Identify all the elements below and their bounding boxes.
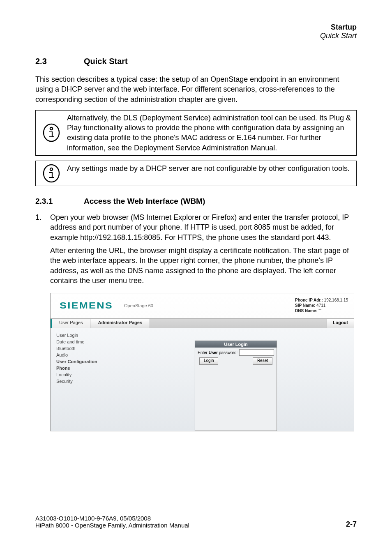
info-icon xyxy=(36,161,67,186)
svg-point-1 xyxy=(50,127,53,130)
info-note-2: Any settings made by a DHCP server are n… xyxy=(35,161,357,186)
tab-user-pages[interactable]: User Pages xyxy=(51,319,90,328)
tab-spacer xyxy=(150,319,327,328)
header-chapter: Startup xyxy=(35,23,357,32)
wbm-tab-bar: User Pages Administrator Pages Logout xyxy=(51,318,354,328)
password-row: Enter User password: xyxy=(195,348,277,357)
dns-label: DNS Name: xyxy=(295,309,317,313)
footer-left: A31003-O1010-M100-9-76A9, 05/05/2008 HiP… xyxy=(35,515,189,529)
device-model: OpenStage 60 xyxy=(124,303,153,308)
password-input[interactable] xyxy=(239,349,274,356)
sip-value: 4711 xyxy=(316,303,325,308)
password-label: Enter User password: xyxy=(198,350,238,355)
sidebar-item-user-configuration[interactable]: User Configuration xyxy=(56,359,118,365)
tab-admin-pages[interactable]: Administrator Pages xyxy=(90,319,150,328)
sidebar-item-date-time[interactable]: Date and time xyxy=(56,339,118,345)
sidebar-item-phone[interactable]: Phone xyxy=(56,365,118,372)
dns-value: "" xyxy=(318,309,321,313)
heading-2-3-1: 2.3.1Access the Web Interface (WBM) xyxy=(35,197,357,206)
heading-title: Access the Web Interface (WBM) xyxy=(84,197,205,205)
step-1: 1. Open your web browser (MS Internet Ex… xyxy=(35,212,357,289)
wbm-header: SIEMENS OpenStage 60 Phone IP Adr.: 192.… xyxy=(51,293,354,318)
wbm-body: User Login Date and time Bluetooth Audio… xyxy=(51,328,354,431)
step-1-paragraph-1: Open your web browser (MS Internet Explo… xyxy=(50,212,357,242)
login-panel-title: User Login xyxy=(195,341,277,348)
page-footer: A31003-O1010-M100-9-76A9, 05/05/2008 HiP… xyxy=(35,515,357,529)
sidebar-item-locality[interactable]: Locality xyxy=(56,372,118,378)
sidebar-item-audio[interactable]: Audio xyxy=(56,352,118,359)
heading-number: 2.3 xyxy=(35,57,84,66)
heading-number: 2.3.1 xyxy=(35,197,84,206)
heading-2-3: 2.3Quick Start xyxy=(35,57,357,66)
document-page: Startup Quick Start 2.3Quick Start This … xyxy=(0,0,392,555)
footer-docid: A31003-O1010-M100-9-76A9, 05/05/2008 xyxy=(35,515,189,522)
sidebar-item-user-login[interactable]: User Login xyxy=(56,332,118,339)
sidebar-item-security[interactable]: Security xyxy=(56,378,118,385)
wbm-sidebar: User Login Date and time Bluetooth Audio… xyxy=(51,328,118,431)
step-content: Open your web browser (MS Internet Explo… xyxy=(50,212,357,289)
logout-button[interactable]: Logout xyxy=(327,319,354,328)
svg-point-2 xyxy=(44,165,59,182)
phone-info-block: Phone IP Adr.: 192.168.1.15 SIP Name: 47… xyxy=(295,297,348,313)
info-icon xyxy=(36,111,67,155)
wbm-screenshot: SIEMENS OpenStage 60 Phone IP Adr.: 192.… xyxy=(50,293,354,431)
login-button[interactable]: Login xyxy=(199,357,218,365)
step-marker: 1. xyxy=(35,212,50,289)
wbm-main: User Login Enter User password: Login Re… xyxy=(118,328,354,431)
login-panel: User Login Enter User password: Login Re… xyxy=(195,341,277,431)
siemens-logo: SIEMENS xyxy=(60,300,113,311)
info-note-1: Alternatively, the DLS (Deployment Servi… xyxy=(35,110,357,156)
reset-button[interactable]: Reset xyxy=(253,357,272,365)
sip-label: SIP Name: xyxy=(295,303,315,308)
info-note-1-text: Alternatively, the DLS (Deployment Servi… xyxy=(67,111,356,155)
ip-label: Phone IP Adr.: xyxy=(295,298,323,302)
login-panel-buttons: Login Reset xyxy=(195,357,277,367)
svg-point-0 xyxy=(44,124,59,141)
header-section: Quick Start xyxy=(35,32,357,40)
step-1-paragraph-2: After entering the URL, the browser migh… xyxy=(50,246,357,286)
svg-point-3 xyxy=(50,168,53,170)
page-number: 2-7 xyxy=(346,520,357,529)
heading-title: Quick Start xyxy=(84,57,128,66)
intro-paragraph: This section describes a typical case: t… xyxy=(35,74,357,104)
info-note-2-text: Any settings made by a DHCP server are n… xyxy=(67,161,356,186)
running-header: Startup Quick Start xyxy=(35,23,357,40)
ip-value: 192.168.1.15 xyxy=(324,298,348,302)
sidebar-item-bluetooth[interactable]: Bluetooth xyxy=(56,345,118,352)
footer-title: HiPath 8000 - OpenStage Family, Administ… xyxy=(35,522,189,529)
